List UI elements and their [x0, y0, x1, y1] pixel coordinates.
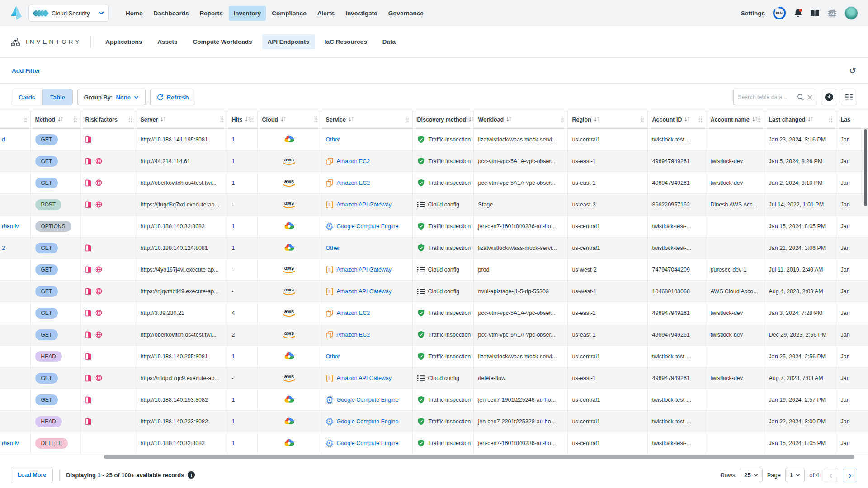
service-link[interactable]: Amazon API Gateway — [337, 375, 392, 381]
service-link[interactable]: Amazon API Gateway — [337, 288, 392, 295]
column-header-discovery[interactable]: Discovery method — [412, 111, 473, 129]
tab-assets[interactable]: Assets — [152, 34, 183, 49]
table-view-button[interactable]: Table — [42, 89, 72, 105]
nav-item-home[interactable]: Home — [121, 6, 148, 21]
tab-api-endpoints[interactable]: API Endpoints — [262, 34, 315, 49]
tab-compute-workloads[interactable]: Compute Workloads — [188, 34, 258, 49]
refresh-button[interactable]: Refresh — [150, 89, 195, 105]
table-row[interactable]: GEThttp://44.214.114.611awsAmazon EC2Tra… — [0, 150, 868, 172]
clear-search-icon[interactable] — [807, 94, 813, 100]
drag-handle-icon[interactable] — [128, 116, 132, 124]
service-link[interactable]: Google Compute Engine — [337, 418, 399, 425]
table-row[interactable]: 2GEThttp://10.188.140.124:80811OtherTraf… — [0, 237, 868, 259]
rows-per-page-select[interactable]: 25 — [740, 468, 762, 482]
app-selector-dropdown[interactable]: Cloud Security — [28, 5, 109, 22]
column-header-method[interactable]: Method — [30, 111, 80, 129]
column-header-server[interactable]: Server — [136, 111, 227, 129]
nav-item-governance[interactable]: Governance — [383, 6, 429, 21]
service-link[interactable]: Amazon EC2 — [337, 332, 370, 338]
load-more-button[interactable]: Load More — [11, 467, 53, 483]
table-row[interactable]: GEThttps://nfdpxt7qc9.execute-ap...-awsA… — [0, 367, 868, 389]
previous-page-button[interactable]: ‹ — [824, 468, 838, 482]
nav-item-compliance[interactable]: Compliance — [267, 6, 311, 21]
service-link[interactable]: Google Compute Engine — [337, 397, 399, 403]
nav-item-alerts[interactable]: Alerts — [312, 6, 340, 21]
endpoint-path-link[interactable]: 2 — [2, 245, 5, 251]
cell-service: Amazon EC2 — [321, 302, 412, 324]
cards-view-button[interactable]: Cards — [11, 89, 42, 105]
add-filter-button[interactable]: Add Filter — [12, 67, 40, 74]
nav-item-investigate[interactable]: Investigate — [340, 6, 382, 21]
table-row[interactable]: HEADhttp://10.188.140.205:80811OtherTraf… — [0, 346, 868, 367]
service-link[interactable]: Amazon EC2 — [337, 158, 370, 164]
column-header-region[interactable]: Region — [567, 111, 647, 129]
group-by-dropdown[interactable]: Group By: None — [77, 89, 146, 105]
drag-handle-icon[interactable] — [757, 116, 761, 124]
settings-link[interactable]: Settings — [741, 10, 765, 17]
column-header-hits[interactable]: Hits — [227, 111, 257, 129]
drag-handle-icon[interactable] — [23, 116, 27, 124]
drag-handle-icon[interactable] — [698, 116, 703, 124]
drag-handle-icon[interactable] — [829, 116, 833, 124]
download-button[interactable] — [821, 89, 837, 105]
endpoint-path-link[interactable]: rbamlv — [2, 223, 19, 230]
service-link[interactable]: Other — [326, 245, 340, 251]
info-icon[interactable]: i — [188, 471, 195, 479]
column-header-cloud[interactable]: Cloud — [257, 111, 321, 129]
reset-filters-icon[interactable]: ↺ — [849, 66, 856, 75]
table-row[interactable]: rbamlvDELETEhttp://10.188.140.32:80821Go… — [0, 432, 868, 454]
column-header-account_id[interactable]: Account ID — [647, 111, 706, 129]
user-avatar[interactable] — [844, 6, 858, 20]
service-link[interactable]: Other — [326, 136, 340, 143]
drag-handle-icon[interactable] — [640, 116, 644, 124]
table-row[interactable]: GEThttp://10.188.140.153:80821Google Com… — [0, 389, 868, 411]
table-row[interactable]: POSThttps://jfugd8q7xd.execute-ap...-aws… — [0, 194, 868, 216]
drag-handle-icon[interactable] — [73, 116, 77, 124]
vertical-scrollbar-thumb[interactable] — [864, 129, 867, 206]
drag-handle-icon[interactable] — [560, 116, 564, 124]
tab-iac-resources[interactable]: IaC Resources — [319, 34, 373, 49]
table-row[interactable]: GEThttps://4yo167j4vi.execute-ap...-awsA… — [0, 259, 868, 281]
table-row[interactable]: GEThttp://oberkovitch.os4test.twi...1aws… — [0, 172, 868, 194]
service-link[interactable]: Google Compute Engine — [337, 440, 399, 446]
cell-server: http://3.89.230.21 — [136, 302, 227, 324]
endpoint-path-link[interactable]: d — [2, 136, 5, 143]
table-row[interactable]: GEThttp://3.89.230.214awsAmazon EC2Traff… — [0, 302, 868, 324]
service-link[interactable]: Amazon API Gateway — [337, 267, 392, 273]
table-row[interactable]: rbamlvOPTIONShttp://10.188.140.32:80821G… — [0, 216, 868, 237]
drag-handle-icon[interactable] — [250, 116, 254, 124]
column-header-last_changed[interactable]: Last changed — [764, 111, 836, 129]
table-row[interactable]: GEThttp://oberkovitch.os4test.twi...2aws… — [0, 324, 868, 346]
nav-item-inventory[interactable]: Inventory — [229, 6, 266, 21]
tab-applications[interactable]: Applications — [100, 34, 147, 49]
search-icon[interactable] — [797, 94, 804, 101]
service-link[interactable]: Google Compute Engine — [337, 223, 399, 230]
book-icon[interactable] — [810, 9, 820, 17]
drag-handle-icon[interactable] — [405, 116, 409, 124]
nav-item-reports[interactable]: Reports — [195, 6, 228, 21]
column-settings-button[interactable] — [841, 89, 857, 105]
service-link[interactable]: Other — [326, 353, 340, 360]
next-page-button[interactable]: › — [843, 468, 857, 482]
page-select[interactable]: 1 — [785, 468, 805, 482]
table-row[interactable]: dGEThttp://10.188.141.195:80811OtherTraf… — [0, 129, 868, 150]
table-row[interactable]: HEADhttp://10.188.140.233:80821Google Co… — [0, 411, 868, 432]
endpoint-path-link[interactable]: rbamlv — [2, 440, 19, 446]
service-link[interactable]: Amazon EC2 — [337, 180, 370, 186]
bell-icon[interactable] — [794, 9, 802, 18]
service-link[interactable]: Amazon API Gateway — [337, 202, 392, 208]
ai-chip-icon[interactable]: AI — [827, 9, 837, 18]
search-input[interactable] — [738, 94, 797, 100]
column-header-workload[interactable]: Workload — [473, 111, 567, 129]
nav-item-dashboards[interactable]: Dashboards — [149, 6, 194, 21]
column-header-account_name[interactable]: Account name — [706, 111, 764, 129]
drag-handle-icon[interactable] — [314, 116, 318, 124]
service-link[interactable]: Amazon EC2 — [337, 310, 370, 316]
health-progress-ring[interactable]: 83% — [773, 6, 786, 20]
table-row[interactable]: GEThttps://njqvmbii49.execute-ap...-awsA… — [0, 281, 868, 302]
tab-data[interactable]: Data — [377, 34, 401, 49]
column-header-service[interactable]: Service — [321, 111, 412, 129]
horizontal-scrollbar-thumb[interactable] — [104, 455, 854, 459]
drag-handle-icon[interactable] — [466, 116, 470, 124]
drag-handle-icon[interactable] — [220, 116, 224, 124]
